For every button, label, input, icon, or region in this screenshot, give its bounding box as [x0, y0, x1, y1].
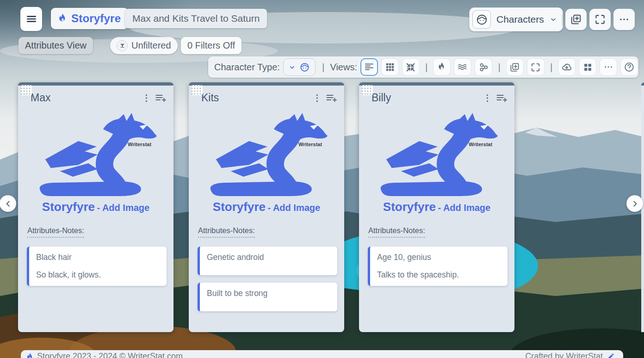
- filter-state-pill[interactable]: Unfiltered: [110, 37, 178, 54]
- header-separator: |: [561, 12, 564, 26]
- collection-label: Characters: [496, 14, 544, 25]
- caption-brand: Storyfyre: [42, 200, 95, 214]
- note-item[interactable]: Black hair So black, it glows.: [27, 247, 167, 286]
- compress-arrows-icon: [405, 62, 416, 73]
- pencil-icon[interactable]: [607, 352, 615, 358]
- chevron-down-icon: [550, 16, 557, 23]
- character-image-placeholder[interactable]: Writerstat: [374, 111, 499, 196]
- drag-handle[interactable]: [360, 84, 374, 97]
- duplicate-tool-button[interactable]: [506, 58, 524, 76]
- cloud-sync-button[interactable]: [558, 58, 576, 76]
- card-menu-button[interactable]: ⋮: [479, 93, 495, 103]
- caption-action: - Add Image: [438, 203, 490, 213]
- character-name[interactable]: Billy: [372, 92, 479, 104]
- caption-brand: Storyfyre: [213, 200, 266, 214]
- fullscreen-icon: [594, 13, 606, 25]
- character-type-label: Character Type:: [214, 62, 280, 73]
- attributes-notes-label[interactable]: Attributes-Notes:: [198, 226, 255, 238]
- note-item[interactable]: Age 10, genius Talks to the spaceship.: [368, 247, 508, 286]
- notes-list: Black hair So black, it glows.: [27, 247, 167, 286]
- add-note-button[interactable]: [495, 93, 508, 104]
- grid-2x2-icon: [583, 62, 593, 72]
- card-menu-button[interactable]: ⋮: [309, 93, 325, 103]
- fullscreen-button[interactable]: [589, 9, 611, 30]
- toolbar-separator: |: [423, 62, 430, 73]
- add-image-caption[interactable]: Storyfyre - Add Image: [189, 200, 344, 214]
- character-image-placeholder[interactable]: Writerstat: [204, 111, 329, 196]
- card-menu-button[interactable]: ⋮: [138, 93, 155, 103]
- attributes-notes-label[interactable]: Attributes-Notes:: [27, 226, 84, 238]
- caption-brand: Storyfyre: [383, 200, 436, 214]
- note-item[interactable]: Genetic android: [198, 247, 337, 275]
- add-image-caption[interactable]: Storyfyre - Add Image: [359, 200, 514, 214]
- add-note-button[interactable]: [155, 93, 167, 104]
- flame-tool-button[interactable]: [433, 58, 451, 76]
- note-line: Talks to the spaceship.: [377, 270, 501, 280]
- carousel-next-button[interactable]: [626, 195, 643, 212]
- fullscreen-icon: [530, 62, 541, 73]
- fullscreen-tool-button[interactable]: [527, 58, 545, 76]
- collection-dropdown[interactable]: Characters: [469, 7, 563, 31]
- footer-copyright[interactable]: Storyfyre 2023 - 2024 © WriterStat.com: [37, 352, 183, 358]
- filter-count-label: 0 Filters Off: [187, 40, 235, 51]
- footer-credit[interactable]: Crafted by WriterStat: [525, 352, 603, 358]
- add-note-button[interactable]: [325, 93, 338, 104]
- ellipsis-icon: [619, 14, 630, 25]
- character-name[interactable]: Max: [31, 92, 138, 104]
- main-menu-button[interactable]: [20, 7, 42, 31]
- note-line: Age 10, genius: [377, 253, 501, 262]
- grid-view-button[interactable]: [381, 58, 399, 76]
- footer-bar: Storyfyre 2023 - 2024 © WriterStat.com C…: [21, 350, 623, 358]
- attributes-notes-label[interactable]: Attributes-Notes:: [368, 226, 425, 238]
- grid-3x3-icon: [385, 62, 395, 72]
- copy-plus-icon: [509, 62, 520, 73]
- chevron-right-icon: [631, 200, 639, 208]
- watermark-text: Writerstat: [128, 142, 151, 147]
- note-line: Genetic android: [207, 253, 330, 262]
- more-tools-button[interactable]: [600, 58, 617, 76]
- waves-tool-button[interactable]: [454, 58, 471, 76]
- character-face-icon: [472, 10, 491, 29]
- filter-count-pill[interactable]: 0 Filters Off: [181, 37, 242, 54]
- character-card-kits: Kits ⋮ Writerstat Storyfyre - Add Image …: [189, 82, 344, 332]
- toolbar-separator: |: [495, 62, 502, 73]
- dragon-placeholder-art: [33, 111, 157, 196]
- view-toolbar: Character Type: | Views:: [208, 56, 638, 78]
- drag-handle[interactable]: [190, 84, 204, 97]
- story-title-text: Max and Kits Travel to Saturn: [132, 13, 260, 24]
- character-card-billy: Billy ⋮ Writerstat Storyfyre - Add Image…: [359, 82, 514, 332]
- story-title[interactable]: Max and Kits Travel to Saturn: [125, 9, 267, 28]
- toolbar-separator: |: [548, 62, 555, 73]
- toolbar-separator: |: [320, 62, 327, 73]
- dragon-placeholder-art: [374, 111, 498, 196]
- help-button[interactable]: [620, 58, 638, 76]
- filter-state-label: Unfiltered: [131, 40, 171, 51]
- character-type-face-icon: [299, 62, 310, 73]
- app-name: Storyfyre: [71, 12, 121, 25]
- add-image-caption[interactable]: Storyfyre - Add Image: [18, 200, 173, 214]
- view-mode-pill[interactable]: Attributes View: [19, 37, 93, 54]
- app-logo[interactable]: Storyfyre: [51, 8, 128, 29]
- drag-handle[interactable]: [19, 84, 33, 97]
- card-top-bar: [18, 82, 173, 86]
- character-type-select[interactable]: [283, 58, 316, 76]
- flame-icon: [58, 13, 67, 25]
- note-line: So black, it glows.: [36, 270, 160, 280]
- more-options-button[interactable]: [613, 9, 635, 30]
- duplicate-board-button[interactable]: [565, 9, 587, 30]
- note-line: Built to be strong: [207, 289, 330, 298]
- relationships-tool-button[interactable]: [475, 58, 492, 76]
- character-name[interactable]: Kits: [201, 92, 309, 104]
- carousel-prev-button[interactable]: [0, 195, 16, 212]
- ellipsis-icon: [603, 62, 613, 72]
- note-item[interactable]: Built to be strong: [198, 283, 337, 311]
- flame-icon: [437, 62, 447, 72]
- collapse-view-button[interactable]: [402, 58, 420, 76]
- list-view-button[interactable]: [360, 58, 378, 76]
- apps-grid-button[interactable]: [579, 58, 596, 76]
- character-image-placeholder[interactable]: Writerstat: [33, 111, 158, 196]
- caption-action: - Add Image: [97, 203, 149, 213]
- chevron-left-icon: [4, 200, 12, 208]
- filter-funnel-icon: [117, 40, 128, 51]
- flame-icon: [26, 352, 34, 358]
